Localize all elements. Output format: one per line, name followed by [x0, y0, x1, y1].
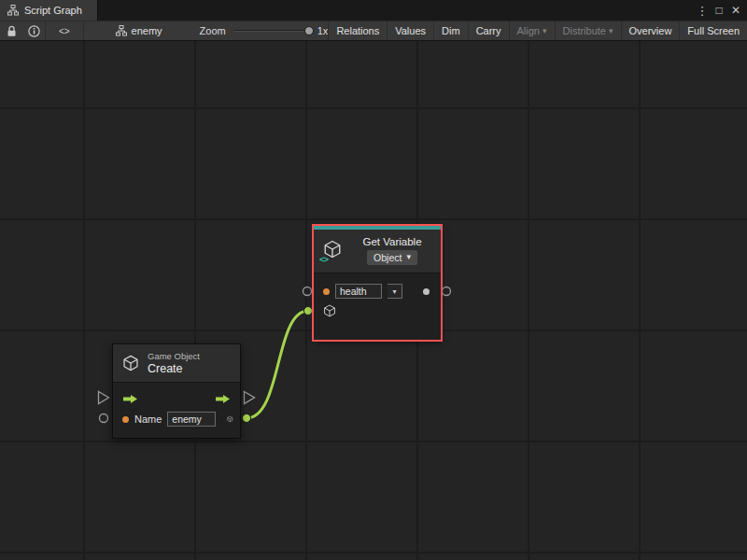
graph-name-label: enemy	[132, 25, 162, 36]
control-flow-row	[113, 388, 240, 409]
value-port-icon	[423, 288, 430, 295]
title-bar: Script Graph ⋮ □ ✕	[0, 0, 747, 21]
more-menu-icon[interactable]: ⋮	[695, 4, 710, 18]
create-header[interactable]: Game Object Create	[113, 344, 240, 382]
tab-title: Script Graph	[24, 5, 82, 16]
graph-toolbar: <> enemy Zoom 1x Relations Values Dim C	[0, 21, 747, 41]
full-screen-button[interactable]: Full Screen	[679, 21, 747, 40]
zoom-slider[interactable]	[233, 26, 311, 35]
distribute-button: Distribute ▾	[555, 21, 621, 40]
variable-scope-dropdown[interactable]: Object ▾	[367, 250, 417, 265]
code-badge-icon: <>	[319, 254, 328, 264]
get-variable-header[interactable]: <> Get Variable Object ▾	[314, 230, 441, 273]
dim-button[interactable]: Dim	[433, 21, 468, 40]
carry-button[interactable]: Carry	[468, 21, 509, 40]
object-input-row	[323, 303, 336, 318]
string-port-icon	[122, 416, 129, 423]
game-object-icon	[122, 355, 139, 371]
game-object-icon	[227, 413, 233, 426]
overview-button[interactable]: Overview	[621, 21, 680, 40]
toolbar-separator	[83, 21, 84, 40]
node-title: Get Variable	[362, 236, 421, 247]
graph-canvas[interactable]: <> Get Variable Object ▾ ▾	[0, 41, 747, 560]
get-variable-node[interactable]: <> Get Variable Object ▾ ▾	[314, 226, 441, 340]
variable-name-dropdown[interactable]: ▾	[388, 284, 402, 299]
values-button[interactable]: Values	[387, 21, 433, 40]
node-title: Create	[148, 362, 200, 375]
name-label: Name	[134, 413, 162, 425]
chevron-down-icon: ▾	[543, 27, 547, 35]
graph-asset-icon	[116, 25, 127, 36]
zoom-value: 1x	[317, 25, 329, 36]
graph-breadcrumb[interactable]: enemy	[116, 25, 162, 36]
string-port-icon	[323, 288, 330, 295]
name-input-row: Name	[113, 409, 240, 429]
variable-name-field[interactable]	[335, 284, 382, 299]
create-name-input-port[interactable]	[100, 414, 108, 423]
align-button: Align ▾	[509, 21, 555, 40]
get-variable-body: ▾	[314, 273, 441, 340]
create-body: Name	[113, 382, 240, 438]
toolbar-buttons: Relations Values Dim Carry Align ▾ Distr…	[328, 21, 747, 40]
create-flow-input-port[interactable]	[99, 392, 109, 404]
variable-name-row: ▾	[314, 282, 441, 301]
getvar-name-input-port[interactable]	[303, 287, 312, 296]
code-preview-button[interactable]: <>	[46, 21, 83, 40]
zoom-label: Zoom	[200, 25, 226, 36]
info-icon[interactable]	[22, 21, 45, 40]
maximize-icon[interactable]: □	[712, 4, 726, 17]
chevron-down-icon: ▾	[406, 253, 411, 261]
connection-edge[interactable]	[247, 311, 308, 418]
lock-icon[interactable]	[0, 21, 22, 40]
close-icon[interactable]: ✕	[728, 4, 743, 17]
create-object-output-port[interactable]	[243, 414, 251, 423]
variable-object-icon: <>	[323, 240, 344, 260]
zoom-slider-track	[233, 30, 311, 32]
tab-script-graph[interactable]: Script Graph	[0, 0, 98, 21]
zoom-slider-handle[interactable]	[304, 26, 314, 35]
script-graph-window: Script Graph ⋮ □ ✕	[0, 0, 747, 560]
getvar-object-input-port[interactable]	[304, 307, 313, 315]
name-field[interactable]	[167, 412, 216, 427]
chevron-down-icon: ▾	[609, 27, 613, 35]
relations-button[interactable]: Relations	[328, 21, 387, 40]
create-node[interactable]: Game Object Create Name	[112, 343, 241, 439]
window-controls: ⋮ □ ✕	[695, 0, 747, 21]
node-subtitle: Game Object	[148, 351, 200, 361]
flow-enter-arrow-icon	[122, 394, 138, 404]
flow-exit-arrow-icon	[215, 394, 231, 404]
script-graph-icon	[7, 5, 19, 16]
create-flow-output-port[interactable]	[245, 392, 255, 404]
game-object-icon	[323, 304, 336, 317]
getvar-value-output-port[interactable]	[443, 287, 451, 296]
chevron-down-icon: ▾	[392, 287, 396, 296]
